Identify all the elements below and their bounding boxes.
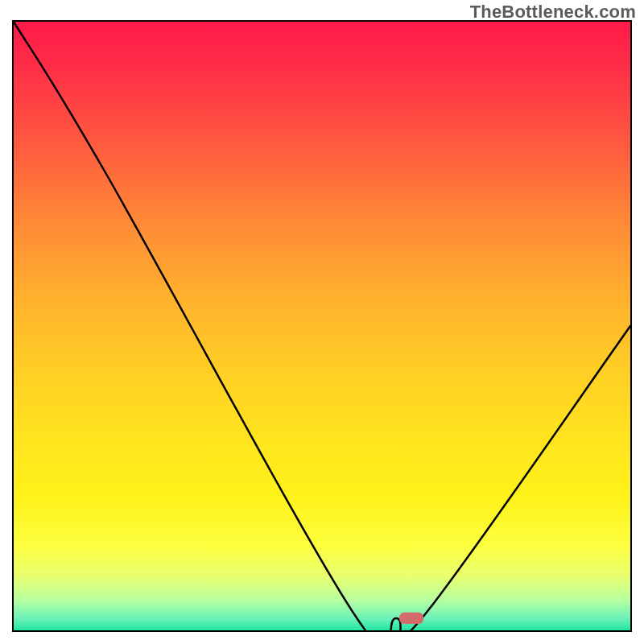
watermark-label: TheBottleneck.com [470, 2, 636, 23]
chart-frame: TheBottleneck.com [0, 0, 644, 644]
optimal-marker [399, 613, 423, 624]
bottleneck-curve [14, 22, 630, 630]
plot-area [12, 20, 632, 632]
